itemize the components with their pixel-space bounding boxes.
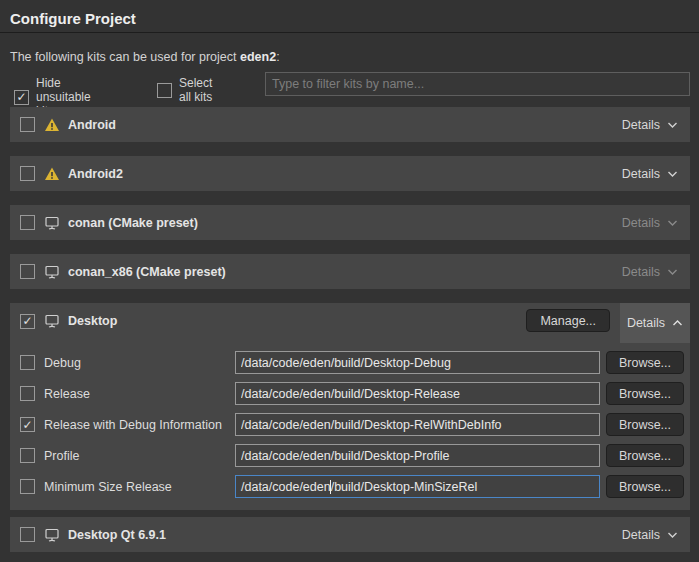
page-title: Configure Project	[10, 10, 136, 27]
warning-icon	[44, 117, 60, 133]
desktop-icon	[44, 215, 60, 231]
kit-name: Android2	[68, 167, 123, 181]
build-dir-input-minsizerel-focused[interactable]: /data/code/eden/build/Desktop-MinSizeRel	[235, 475, 600, 498]
title-separator	[0, 32, 699, 33]
kit-filter-input[interactable]	[265, 72, 690, 96]
chevron-down-icon	[667, 121, 678, 129]
kit-name: Android	[68, 118, 116, 132]
warning-icon	[44, 166, 60, 182]
checkbox-checked-icon[interactable]: ✓	[14, 90, 29, 105]
config-label: Release with Debug Information	[44, 418, 222, 432]
config-checkbox[interactable]	[20, 479, 35, 494]
config-checkbox[interactable]	[20, 448, 35, 463]
desktop-icon	[44, 264, 60, 280]
browse-button[interactable]: Browse...	[606, 413, 684, 436]
browse-button[interactable]: Browse...	[606, 444, 684, 467]
build-config-row-minsizerel: Minimum Size Release /data/code/eden/bui…	[10, 475, 690, 498]
kit-checkbox-checked[interactable]: ✓	[20, 314, 35, 329]
config-label: Release	[44, 387, 90, 401]
kit-row-conan[interactable]: conan (CMake preset) Details	[10, 205, 690, 240]
build-dir-input-debug[interactable]	[235, 351, 600, 374]
kit-name: conan (CMake preset)	[68, 216, 198, 230]
build-config-row-relwithdebinfo: ✓ Release with Debug Information Browse.…	[10, 413, 690, 436]
config-label: Minimum Size Release	[44, 480, 172, 494]
kit-row-android[interactable]: Android Details	[10, 107, 690, 142]
build-config-row-debug: Debug Browse...	[10, 351, 690, 374]
build-dir-input-profile[interactable]	[235, 444, 600, 467]
build-config-row-release: Release Browse...	[10, 382, 690, 405]
intro-text: The following kits can be used for proje…	[10, 50, 280, 64]
desktop-icon	[44, 313, 60, 329]
desktop-icon	[44, 527, 60, 543]
config-checkbox[interactable]	[20, 386, 35, 401]
configure-project-page: Configure Project The following kits can…	[0, 0, 699, 562]
kit-name: Desktop Qt 6.9.1	[68, 528, 166, 542]
details-button[interactable]: Details	[610, 517, 690, 552]
build-dir-input-relwithdebinfo[interactable]	[235, 413, 600, 436]
kit-checkbox[interactable]	[20, 117, 35, 132]
config-checkbox-checked[interactable]: ✓	[20, 417, 35, 432]
kit-checkbox[interactable]	[20, 264, 35, 279]
chevron-down-icon	[667, 170, 678, 178]
details-button[interactable]: Details	[610, 107, 690, 142]
kit-row-desktop-expanded: ✓ Desktop Manage... Details Debug Browse…	[10, 303, 690, 510]
kit-checkbox[interactable]	[20, 527, 35, 542]
details-button[interactable]: Details	[610, 156, 690, 191]
kit-name: conan_x86 (CMake preset)	[68, 265, 226, 279]
kit-checkbox[interactable]	[20, 166, 35, 181]
browse-button[interactable]: Browse...	[606, 382, 684, 405]
kit-row-desktop-qt[interactable]: Desktop Qt 6.9.1 Details	[10, 517, 690, 552]
browse-button[interactable]: Browse...	[606, 351, 684, 374]
kit-row-conan-x86[interactable]: conan_x86 (CMake preset) Details	[10, 254, 690, 289]
kit-name: Desktop	[68, 314, 117, 328]
kit-row-android2[interactable]: Android2 Details	[10, 156, 690, 191]
chevron-down-icon	[667, 531, 678, 539]
checkbox-unchecked-icon[interactable]	[157, 83, 172, 98]
manage-kits-button[interactable]: Manage...	[526, 309, 610, 332]
build-config-row-profile: Profile Browse...	[10, 444, 690, 467]
browse-button[interactable]: Browse...	[606, 475, 684, 498]
details-button-expanded[interactable]: Details	[620, 303, 690, 343]
details-button[interactable]: Details	[610, 205, 690, 240]
project-name: eden2	[240, 50, 276, 64]
build-dir-input-release[interactable]	[235, 382, 600, 405]
details-button[interactable]: Details	[610, 254, 690, 289]
select-all-kits-label: Select all kits	[179, 76, 212, 104]
chevron-up-icon	[672, 319, 683, 327]
chevron-down-icon	[667, 268, 678, 276]
kit-checkbox[interactable]	[20, 215, 35, 230]
select-all-kits-checkbox[interactable]: Select all kits	[157, 76, 212, 104]
chevron-down-icon	[667, 219, 678, 227]
desktop-kit-header[interactable]: ✓ Desktop Manage... Details	[10, 303, 690, 343]
config-label: Profile	[44, 449, 79, 463]
config-checkbox[interactable]	[20, 355, 35, 370]
config-label: Debug	[44, 356, 81, 370]
